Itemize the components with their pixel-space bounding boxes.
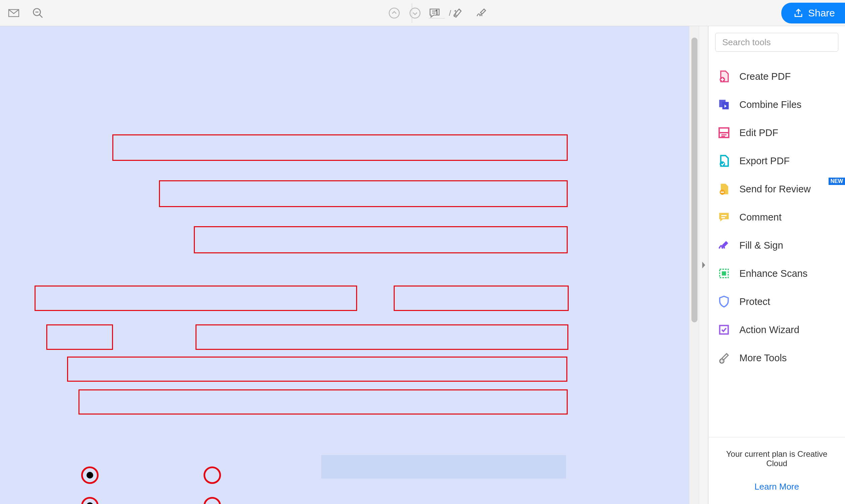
main-area: Create PDFCombine FilesEdit PDFExport PD… [0,26,845,504]
tool-icon [717,350,731,365]
form-text-field[interactable] [195,324,568,350]
toolbar: / 1 Share [0,0,845,26]
search-tools-input[interactable] [715,33,838,52]
svg-point-4 [389,8,399,18]
plan-text: Your current plan is Creative Cloud [715,449,838,468]
toolbar-right-tools [406,3,489,23]
sign-icon[interactable] [474,6,489,20]
tool-item-action-wizard[interactable]: Action Wizard [708,316,845,344]
tool-item-more-tools[interactable]: More Tools [708,344,845,372]
toolbar-left [7,6,45,20]
tool-label: Send for Review [739,184,811,195]
toolbar-divider [412,3,412,23]
tool-icon [717,182,731,196]
tool-label: Enhance Scans [739,268,807,279]
tool-item-edit-pdf[interactable]: Edit PDF [708,119,845,147]
share-button-label: Share [808,7,835,19]
radio-dot [87,502,93,504]
tool-label: Action Wizard [739,324,799,336]
tool-icon [717,266,731,281]
form-text-field[interactable] [35,286,357,311]
zoom-out-icon[interactable] [31,6,45,20]
tool-item-protect[interactable]: Protect [708,288,845,316]
tool-icon [717,97,731,112]
form-radio-button[interactable] [81,497,99,504]
form-radio-button[interactable] [204,466,221,484]
radio-dot [87,472,93,479]
form-text-field[interactable] [67,357,567,382]
tools-list: Create PDFCombine FilesEdit PDFExport PD… [708,56,845,437]
share-button[interactable]: Share [781,3,845,23]
tools-sidebar: Create PDFCombine FilesEdit PDFExport PD… [708,26,845,504]
comment-icon[interactable] [427,6,442,20]
tool-icon [717,238,731,253]
svg-rect-20 [722,271,726,276]
tool-item-create-pdf[interactable]: Create PDF [708,62,845,90]
tool-icon [717,125,731,140]
form-text-field[interactable] [46,324,113,350]
tool-item-send-for-review[interactable]: Send for ReviewNEW [708,175,845,203]
svg-line-2 [39,14,42,17]
tool-label: Export PDF [739,156,790,166]
tool-item-enhance-scans[interactable]: Enhance Scans [708,259,845,288]
email-icon[interactable] [7,6,21,20]
tool-icon [717,154,731,168]
page-up-icon[interactable] [387,6,401,20]
form-text-field[interactable] [159,180,568,207]
form-disabled-field [321,455,566,479]
tool-icon [717,322,731,337]
form-text-field[interactable] [194,226,568,253]
tool-item-comment[interactable]: Comment [708,203,845,231]
new-badge: NEW [829,178,845,185]
tool-label: Protect [739,296,770,307]
form-text-field[interactable] [394,286,569,311]
tool-icon [717,210,731,224]
sidebar-footer: Your current plan is Creative Cloud Lear… [708,437,845,504]
tool-icon [717,294,731,309]
form-text-field[interactable] [78,390,568,415]
svg-point-15 [720,162,725,167]
form-text-field[interactable] [112,134,568,161]
scrollbar-track[interactable] [689,26,699,504]
tool-icon [717,69,731,84]
toolbar-right: Share [781,3,845,23]
tool-label: More Tools [739,353,787,364]
tool-label: Comment [739,212,781,223]
tool-item-combine-files[interactable]: Combine Files [708,90,845,119]
scrollbar-thumb[interactable] [691,38,698,322]
tool-label: Create PDF [739,71,791,82]
tool-label: Fill & Sign [739,240,783,251]
form-radio-button[interactable] [81,466,99,484]
learn-more-link[interactable]: Learn More [715,482,838,492]
tool-label: Edit PDF [739,127,778,139]
tool-label: Combine Files [739,99,802,110]
tool-item-fill-sign[interactable]: Fill & Sign [708,231,845,259]
tool-item-export-pdf[interactable]: Export PDF [708,147,845,175]
sidebar-collapse-handle[interactable] [699,26,708,504]
form-radio-button[interactable] [204,497,221,504]
search-tools-wrap [708,26,845,56]
document-viewport[interactable] [0,26,699,504]
highlighter-icon[interactable] [451,6,465,20]
